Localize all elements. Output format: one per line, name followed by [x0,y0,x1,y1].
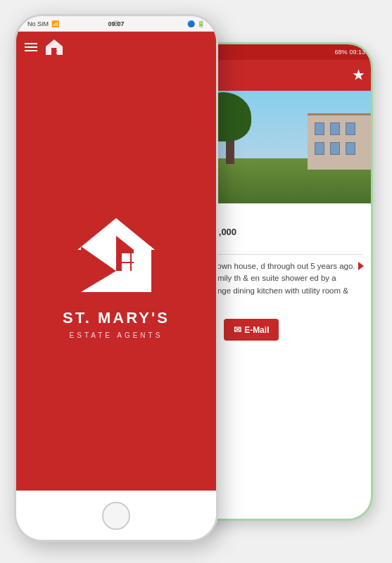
wifi-icon: 📶 [51,20,59,27]
home-button[interactable] [102,502,130,530]
svg-rect-3 [56,51,59,54]
battery-percentage: 68% [334,49,347,56]
building-window [346,122,355,135]
toolbar-logo-icon [44,38,64,56]
iphone-time: 09:07 [108,20,124,27]
android-status-right: 68% 09:13 [334,49,365,56]
email-button[interactable]: ✉ E-Mail [224,319,279,341]
building-facade [308,113,371,170]
building-window [346,142,355,155]
svg-rect-10 [132,263,140,272]
iphone-status-right: 🔵 🔋 [187,20,205,27]
brand-name: ST. MARY'S [63,309,170,327]
svg-rect-9 [122,263,130,272]
building-window [330,142,340,155]
bluetooth-icon: 🔵 [187,20,195,27]
iphone-toolbar [16,32,216,63]
building-window [315,122,324,135]
iphone-status-bar: No SIM 📶 09:07 🔵 🔋 [16,16,216,32]
next-arrow-icon[interactable] [358,262,364,270]
svg-rect-2 [56,48,59,51]
iphone-status-left: No SIM 📶 [27,20,59,27]
clock: 09:13 [349,49,365,56]
iphone-bottom-bar [16,491,216,540]
svg-rect-8 [132,253,140,262]
svg-rect-7 [122,253,130,262]
star-button[interactable]: ★ [353,68,364,83]
house-logo [74,215,158,292]
iphone-logo-area: ST. MARY'S ESTATE AGENTS [16,63,216,491]
menu-icon[interactable] [25,43,37,51]
carrier-label: No SIM [27,20,49,27]
email-label: E-Mail [244,325,269,335]
building-window [315,142,324,155]
building-window [330,122,340,135]
iphone: No SIM 📶 09:07 🔵 🔋 [14,14,218,542]
envelope-icon: ✉ [234,324,241,335]
iphone-screen: ST. MARY'S ESTATE AGENTS [16,32,216,491]
brand-subtitle: ESTATE AGENTS [70,331,163,339]
svg-rect-1 [51,48,57,55]
battery-icon: 🔋 [197,20,205,27]
